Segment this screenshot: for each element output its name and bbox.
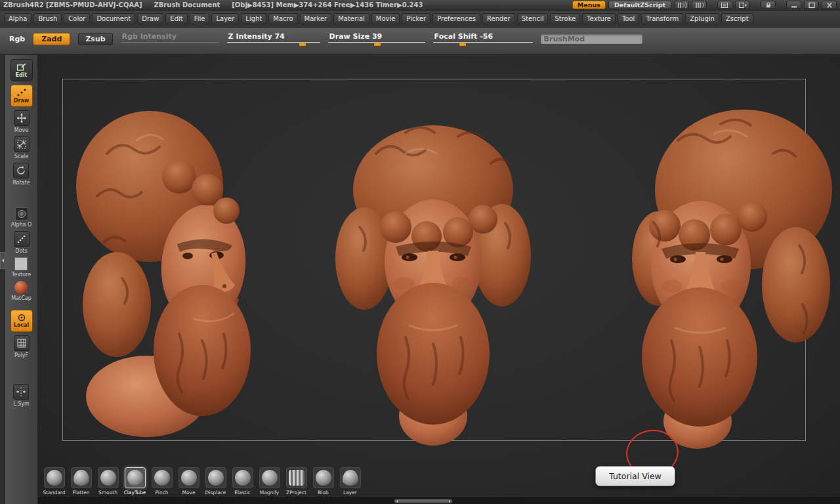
- menu-preferences[interactable]: Preferences: [432, 13, 480, 24]
- draw-icon: [16, 88, 27, 97]
- draw-size-slider[interactable]: Draw Size 39: [328, 32, 425, 47]
- menu-brush[interactable]: Brush: [33, 13, 62, 24]
- menu-document[interactable]: Document: [92, 13, 135, 24]
- maximize-button[interactable]: [804, 1, 819, 9]
- zadd-button[interactable]: Zadd: [33, 33, 70, 45]
- brush-flatten[interactable]: Flatten: [68, 467, 94, 495]
- tool-move[interactable]: Move: [14, 110, 30, 133]
- menus-button[interactable]: Menus: [572, 1, 606, 9]
- brush-zproject[interactable]: ZProject: [284, 467, 309, 495]
- default-zscript-button[interactable]: DefaultZScript: [608, 1, 671, 9]
- rgb-intensity-label: Rgb Intensity: [121, 32, 219, 43]
- tool-lsym[interactable]: L.Sym: [13, 384, 30, 407]
- brush-layer-label: Layer: [343, 490, 357, 495]
- draw-size-handle[interactable]: [373, 43, 381, 47]
- menu-bar: Alpha Brush Color Document Draw Edit Fil…: [0, 10, 840, 28]
- brush-smooth[interactable]: Smooth: [95, 467, 121, 495]
- scroll-right-icon[interactable]: [449, 500, 452, 503]
- z-intensity-label: Z Intensity 74: [227, 32, 320, 43]
- document-switch-icon[interactable]: [717, 1, 732, 9]
- tutorial-view-tooltip: Tutorial View: [595, 466, 675, 486]
- brush-elastic-label: Elastic: [234, 490, 250, 495]
- brush-blob-icon: [313, 467, 334, 488]
- brush-elastic[interactable]: Elastic: [230, 467, 255, 495]
- document-canvas[interactable]: Standard Flatten Smooth ClayTube Pinch: [38, 55, 840, 504]
- menu-transform[interactable]: Transform: [641, 13, 683, 24]
- menu-marker[interactable]: Marker: [300, 13, 332, 24]
- brush-standard-label: Standard: [43, 490, 65, 495]
- menu-zscript[interactable]: Zscript: [721, 13, 753, 24]
- menu-render[interactable]: Render: [482, 13, 515, 24]
- brushmod-slider[interactable]: BrushMod: [541, 34, 642, 44]
- scrollbar-thumb[interactable]: [394, 499, 452, 503]
- local-symmetry-icon: [16, 387, 26, 397]
- focal-shift-slider[interactable]: Focal Shift -56: [433, 32, 533, 47]
- brush-elastic-icon: [232, 467, 253, 488]
- brush-magnify[interactable]: Magnify: [257, 467, 282, 495]
- sculpt-head-center[interactable]: [335, 125, 531, 446]
- menu-movie[interactable]: Movie: [371, 13, 400, 24]
- tool-scale[interactable]: Scale: [14, 136, 30, 159]
- current-texture[interactable]: Texture: [12, 257, 31, 278]
- menu-picker[interactable]: Picker: [402, 13, 430, 24]
- brush-standard[interactable]: Standard: [41, 467, 67, 495]
- menu-alpha[interactable]: Alpha: [4, 13, 32, 24]
- brush-magnify-label: Magnify: [260, 490, 280, 495]
- current-alpha[interactable]: Alpha O: [11, 207, 32, 228]
- main-area: Edit Draw Move Scale Rotate: [0, 55, 840, 504]
- current-material[interactable]: MatCap: [11, 281, 32, 301]
- menu-light[interactable]: Light: [241, 13, 266, 24]
- menu-stencil[interactable]: Stencil: [517, 13, 549, 24]
- sculpt-viewport[interactable]: [38, 55, 840, 504]
- rgb-intensity-slider[interactable]: Rgb Intensity: [121, 32, 219, 47]
- pen-pressure-icon[interactable]: [692, 1, 707, 9]
- app-title: ZBrush4R2 [ZBMS-PMUD-AHVJ-CQAA]: [3, 1, 142, 9]
- menu-material[interactable]: Material: [333, 13, 369, 24]
- focal-shift-handle[interactable]: [459, 43, 467, 47]
- menu-texture[interactable]: Texture: [582, 13, 616, 24]
- pressure-sliders-icon[interactable]: [674, 1, 689, 9]
- menu-draw[interactable]: Draw: [137, 13, 163, 24]
- tool-local[interactable]: Local: [10, 310, 33, 332]
- tool-edit[interactable]: Edit: [10, 59, 33, 81]
- tool-scale-label: Scale: [14, 154, 29, 159]
- tool-draw[interactable]: Draw: [10, 85, 33, 107]
- brush-flatten-label: Flatten: [72, 490, 89, 495]
- document-scroll-icon[interactable]: [735, 1, 750, 9]
- minimize-button[interactable]: [786, 1, 801, 9]
- brush-claytube[interactable]: ClayTube: [122, 467, 148, 495]
- menu-stroke[interactable]: Stroke: [550, 13, 580, 24]
- brush-blob[interactable]: Blob: [310, 467, 336, 495]
- close-button[interactable]: [822, 1, 837, 9]
- z-intensity-handle[interactable]: [299, 43, 306, 47]
- z-intensity-slider[interactable]: Z Intensity 74: [227, 32, 320, 47]
- menu-edit[interactable]: Edit: [165, 13, 187, 24]
- scroll-left-icon[interactable]: [395, 500, 398, 503]
- matcap-label: MatCap: [11, 295, 32, 301]
- sculpt-head-right[interactable]: [632, 110, 832, 449]
- brush-pinch[interactable]: Pinch: [149, 467, 175, 495]
- tool-rotate[interactable]: Rotate: [12, 163, 30, 186]
- left-shelf: Edit Draw Move Scale Rotate: [5, 55, 38, 504]
- menu-layer[interactable]: Layer: [211, 13, 239, 24]
- tool-polyf[interactable]: PolyF: [14, 335, 30, 358]
- brush-pinch-label: Pinch: [155, 490, 168, 495]
- brush-layer[interactable]: Layer: [337, 467, 363, 495]
- menu-macro[interactable]: Macro: [268, 13, 297, 24]
- tool-move-label: Move: [14, 127, 28, 133]
- menu-color[interactable]: Color: [64, 13, 90, 24]
- brush-move[interactable]: Move: [176, 467, 201, 495]
- menu-zplugin[interactable]: Zplugin: [685, 13, 719, 24]
- menu-file[interactable]: File: [190, 13, 210, 24]
- rgb-button[interactable]: Rgb: [9, 35, 25, 43]
- lock-icon[interactable]: [761, 1, 776, 9]
- collapse-left-tray-handle[interactable]: [0, 252, 5, 269]
- brush-smooth-icon: [98, 467, 119, 488]
- sculpt-head-left[interactable]: [76, 111, 251, 437]
- brush-displace[interactable]: Displace: [203, 467, 228, 495]
- current-stroke[interactable]: Dots: [14, 231, 30, 254]
- horizontal-scrollbar[interactable]: [38, 497, 840, 504]
- menu-tool[interactable]: Tool: [618, 13, 639, 24]
- tool-rotate-label: Rotate: [12, 180, 30, 186]
- zsub-button[interactable]: Zsub: [78, 33, 112, 45]
